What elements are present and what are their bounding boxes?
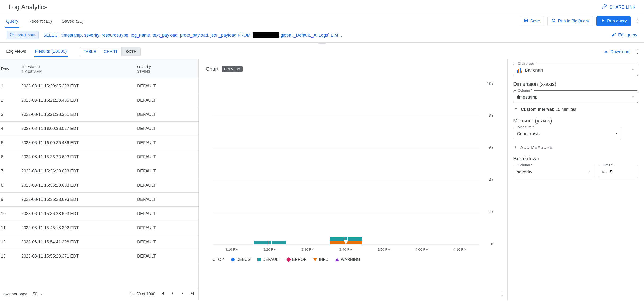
x-tick-label: 3:40 PM [339, 247, 352, 251]
time-range-label: Last 1 hour [15, 33, 36, 37]
svg-point-0 [552, 19, 555, 22]
pager-next-button[interactable] [180, 291, 185, 298]
pager-last-button[interactable] [189, 291, 195, 298]
bar-stack[interactable] [254, 241, 286, 244]
cell-timestamp: 2023-08-11 15:55:28.371 EDT [21, 254, 137, 259]
save-label: Save [530, 19, 540, 24]
cell-rownum: 3 [0, 112, 21, 117]
legend-info[interactable]: INFO [313, 257, 328, 262]
measure-section-title: Measure (y-axis) [513, 118, 638, 124]
play-icon [600, 18, 605, 24]
panel-expand-toggle[interactable] [634, 17, 639, 24]
table-row[interactable]: 102023-08-11 15:36:23.693 EDTDEFAULT [0, 207, 198, 221]
limit-float: Limit * [601, 163, 614, 167]
subtab-results[interactable]: Results (10000) [34, 46, 68, 57]
rows-per-page-label: ows per page: [3, 292, 28, 297]
breakdown-column-float: Column * [516, 163, 534, 167]
legend-warning[interactable]: WARNING [335, 257, 360, 262]
cell-severity: DEFAULT [137, 98, 198, 103]
legend-default[interactable]: DEFAULT [258, 257, 280, 262]
table-row[interactable]: 122023-08-11 15:54:41.208 EDTDEFAULT [0, 235, 198, 249]
breakdown-column-select[interactable]: Column * severity [513, 165, 595, 178]
cell-rownum: 6 [0, 155, 21, 159]
legend-error[interactable]: ERROR [287, 257, 307, 262]
cell-severity: DEFAULT [137, 254, 198, 259]
save-button[interactable]: Save [520, 16, 544, 26]
table-row[interactable]: 52023-08-11 16:00:35.436 EDTDEFAULT [0, 136, 198, 150]
view-toggle-both[interactable]: BOTH [122, 47, 140, 56]
cell-timestamp: 2023-08-11 15:36:23.693 EDT [21, 169, 137, 174]
caret-down-icon [631, 95, 635, 99]
table-row[interactable]: 132023-08-11 15:55:28.371 EDTDEFAULT [0, 249, 198, 264]
tab-recent[interactable]: Recent (16) [28, 15, 53, 28]
table-row[interactable]: 92023-08-11 15:36:23.693 EDTDEFAULT [0, 193, 198, 207]
share-link-button[interactable]: SHARE LINK [602, 4, 636, 11]
query-sql-preview[interactable]: SELECT timestamp, severity, resource.typ… [43, 32, 606, 38]
add-measure-button[interactable]: ADD MEASURE [513, 145, 638, 150]
bar-chart-icon [517, 68, 522, 72]
bar-stack[interactable] [330, 237, 362, 244]
redacted-project [253, 32, 279, 37]
edit-query-button[interactable]: Edit query [611, 32, 638, 38]
col-severity-header[interactable]: severity [137, 64, 198, 69]
sql-post: .global._Default._AllLogs` LIM… [279, 33, 342, 37]
table-row[interactable]: 12023-08-11 15:20:35.393 EDTDEFAULT [0, 79, 198, 93]
cell-rownum: 13 [0, 254, 21, 259]
view-toggle-table[interactable]: TABLE [80, 47, 100, 56]
bar-segment-default [330, 237, 362, 241]
cell-timestamp: 2023-08-11 15:36:23.693 EDT [21, 211, 137, 216]
table-row[interactable]: 62023-08-11 15:36:23.693 EDTDEFAULT [0, 150, 198, 164]
pager-first-button[interactable] [160, 291, 165, 298]
dimension-column-select[interactable]: Column * timestamp [513, 90, 638, 103]
chart-expand-toggle[interactable] [499, 290, 504, 298]
table-row[interactable]: 42023-08-11 16:00:36.027 EDTDEFAULT [0, 122, 198, 136]
tab-saved[interactable]: Saved (25) [61, 15, 85, 28]
cell-timestamp: 2023-08-11 15:36:23.693 EDT [21, 183, 137, 188]
cell-rownum: 9 [0, 197, 21, 202]
subtab-log-views[interactable]: Log views [5, 46, 27, 57]
x-tick-label: 4:00 PM [416, 247, 428, 251]
chart-type-select[interactable]: Chart type Bar chart [513, 63, 638, 76]
cell-rownum: 4 [0, 126, 21, 131]
download-icon [603, 49, 608, 55]
breakdown-limit-field[interactable]: Limit * Top [598, 165, 638, 178]
table-row[interactable]: 22023-08-11 15:21:28.495 EDTDEFAULT [0, 93, 198, 107]
limit-input[interactable] [610, 169, 619, 175]
time-range-chip[interactable]: Last 1 hour [6, 31, 38, 39]
table-row[interactable]: 82023-08-11 15:36:23.693 EDTDEFAULT [0, 178, 198, 193]
rows-per-page-select[interactable]: 50 [33, 291, 44, 297]
dimension-column-float: Column * [516, 88, 534, 92]
chart-type-float-label: Chart type [516, 61, 536, 65]
run-query-button[interactable]: Run query [596, 16, 631, 26]
results-panel-expand[interactable] [634, 48, 639, 55]
download-label: Download [610, 49, 629, 54]
col-timestamp-header[interactable]: timestamp [21, 64, 137, 69]
breakdown-column-value: severity [517, 169, 585, 175]
pager-prev-button[interactable] [170, 291, 175, 298]
download-button[interactable]: Download [603, 49, 629, 55]
run-bigquery-label: Run in BigQuery [558, 19, 589, 24]
view-toggle-chart[interactable]: CHART [100, 47, 122, 56]
cell-timestamp: 2023-08-11 16:00:35.436 EDT [21, 140, 137, 145]
preview-badge: PREVIEW [222, 66, 242, 72]
caret-down-icon [588, 170, 591, 174]
table-header: Row timestampTIMESTAMP severitySTRING [0, 59, 198, 79]
svg-line-1 [554, 21, 555, 22]
table-row[interactable]: 72023-08-11 15:36:23.693 EDTDEFAULT [0, 164, 198, 178]
run-bigquery-button[interactable]: Run in BigQuery [547, 16, 593, 26]
measure-select[interactable]: Measure * Count rows [513, 127, 622, 139]
custom-interval-toggle[interactable]: Custom interval: 15 minutes [514, 107, 638, 112]
legend-debug[interactable]: DEBUG [231, 257, 250, 262]
chart-plot[interactable]: 02k4k6k8k10k3:10 PM3:20 PM3:30 PM3:40 PM… [206, 77, 502, 256]
table-row[interactable]: 112023-08-11 15:46:18.302 EDTDEFAULT [0, 221, 198, 235]
cell-rownum: 2 [0, 98, 21, 103]
dimension-column-value: timestamp [517, 94, 628, 100]
clock-icon [10, 32, 14, 38]
measure-float: Measure * [516, 125, 535, 129]
drag-handle[interactable] [0, 42, 644, 45]
x-tick-label: 4:10 PM [454, 247, 467, 251]
table-row[interactable]: 32023-08-11 15:21:38.351 EDTDEFAULT [0, 107, 198, 122]
y-tick-label: 6k [489, 146, 493, 150]
tab-query[interactable]: Query [5, 15, 20, 28]
cell-rownum: 11 [0, 225, 21, 230]
